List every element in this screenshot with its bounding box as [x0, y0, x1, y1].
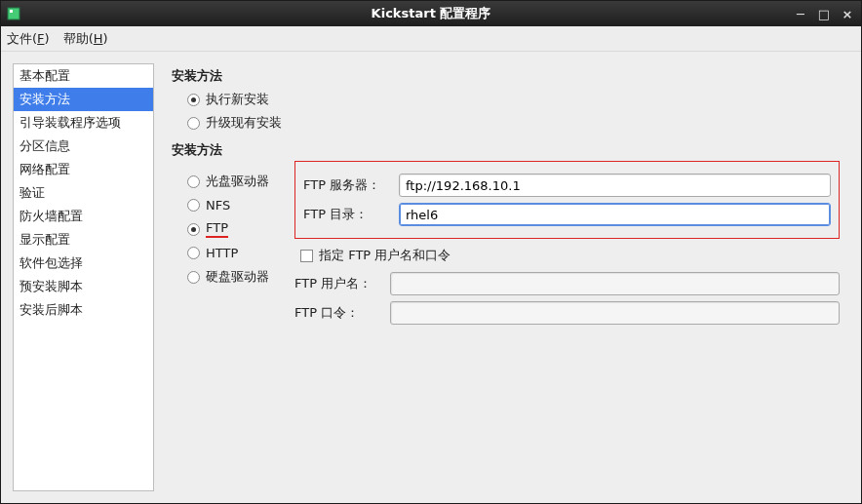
- radio-source-ftp[interactable]: FTP: [187, 220, 289, 238]
- maximize-button[interactable]: □: [814, 6, 834, 21]
- radio-source-cdrom[interactable]: 光盘驱动器: [187, 173, 289, 190]
- checkbox-icon: [300, 250, 313, 262]
- app-icon: [7, 7, 20, 20]
- checkbox-label: 指定 FTP 用户名和口令: [319, 247, 451, 264]
- radio-icon: [187, 271, 200, 284]
- radio-icon: [187, 223, 200, 236]
- main-panel: 安装方法 执行新安装 升级现有安装 安装方法 光盘驱动器: [154, 52, 861, 503]
- sidebar-item-label: 显示配置: [20, 232, 70, 247]
- sidebar-item-bootloader[interactable]: 引导装载程序选项: [14, 111, 153, 135]
- radio-label: HTTP: [206, 246, 238, 260]
- sidebar-item-network[interactable]: 网络配置: [14, 158, 153, 181]
- radio-source-hdd[interactable]: 硬盘驱动器: [187, 268, 289, 286]
- radio-icon: [187, 94, 200, 106]
- close-button[interactable]: ×: [838, 6, 857, 21]
- window-title: Kickstart 配置程序: [1, 5, 861, 22]
- minimize-button[interactable]: ─: [791, 6, 810, 21]
- titlebar: Kickstart 配置程序 ─ □ ×: [1, 1, 861, 26]
- sidebar-item-display[interactable]: 显示配置: [14, 228, 153, 252]
- ftp-highlight-box: FTP 服务器： FTP 目录：: [294, 161, 840, 239]
- radio-label: 升级现有安装: [206, 114, 282, 132]
- ftp-dir-row: FTP 目录：: [303, 203, 831, 226]
- radio-label: 硬盘驱动器: [206, 268, 269, 286]
- ftp-pass-input[interactable]: [390, 301, 840, 325]
- sidebar-item-postinstall[interactable]: 安装后脚本: [14, 298, 153, 322]
- install-method-heading: 安装方法: [172, 67, 840, 85]
- sidebar-item-label: 引导装载程序选项: [20, 115, 121, 130]
- sidebar-item-label: 防火墙配置: [20, 209, 83, 223]
- app-window: Kickstart 配置程序 ─ □ × 文件(F) 帮助(H) 基本配置 安装…: [0, 0, 862, 504]
- ftp-dir-input[interactable]: [399, 203, 831, 226]
- radio-icon: [187, 247, 200, 259]
- sidebar-item-basic[interactable]: 基本配置: [14, 64, 153, 88]
- radio-icon: [187, 175, 200, 188]
- sidebar-item-label: 预安装脚本: [20, 279, 83, 293]
- radio-source-http[interactable]: HTTP: [187, 246, 289, 260]
- ftp-pass-label: FTP 口令：: [294, 304, 390, 322]
- sidebar-item-firewall[interactable]: 防火墙配置: [14, 205, 153, 228]
- sidebar-item-label: 软件包选择: [20, 255, 83, 270]
- menu-file[interactable]: 文件(F): [7, 30, 50, 48]
- menu-file-label: 文件: [7, 31, 32, 46]
- sidebar: 基本配置 安装方法 引导装载程序选项 分区信息 网络配置 验证 防火墙配置 显示…: [13, 63, 154, 491]
- menu-help-label: 帮助: [63, 31, 89, 46]
- ftp-user-label: FTP 用户名：: [294, 275, 390, 292]
- sidebar-item-label: 安装后脚本: [20, 302, 83, 317]
- menu-file-mnemonic: F: [37, 31, 44, 46]
- radio-label: FTP: [206, 220, 228, 238]
- radio-fresh-install[interactable]: 执行新安装: [187, 91, 840, 108]
- radio-upgrade-install[interactable]: 升级现有安装: [187, 114, 840, 132]
- radio-icon: [187, 199, 200, 212]
- sidebar-item-preinstall[interactable]: 预安装脚本: [14, 275, 153, 298]
- ftp-pass-row: FTP 口令：: [294, 301, 840, 325]
- ftp-server-label: FTP 服务器：: [303, 176, 399, 194]
- sidebar-item-install-method[interactable]: 安装方法: [14, 88, 153, 111]
- radio-label: 光盘驱动器: [206, 173, 269, 190]
- radio-label: 执行新安装: [206, 91, 269, 108]
- ftp-user-input[interactable]: [390, 272, 840, 295]
- ftp-creds-fields: FTP 用户名： FTP 口令：: [294, 272, 840, 325]
- sidebar-item-label: 安装方法: [20, 92, 70, 106]
- radio-source-nfs[interactable]: NFS: [187, 198, 289, 213]
- source-heading: 安装方法: [172, 141, 840, 159]
- source-options: 光盘驱动器 NFS FTP HTTP: [172, 165, 289, 293]
- sidebar-item-packages[interactable]: 软件包选择: [14, 252, 153, 275]
- source-details: FTP 服务器： FTP 目录： 指定 FTP 用户名和口令: [294, 165, 840, 330]
- svg-rect-0: [8, 8, 20, 19]
- ftp-creds-checkbox[interactable]: 指定 FTP 用户名和口令: [300, 247, 840, 264]
- ftp-user-row: FTP 用户名：: [294, 272, 840, 295]
- sidebar-item-label: 网络配置: [20, 162, 70, 176]
- sidebar-item-partition[interactable]: 分区信息: [14, 135, 153, 158]
- source-block: 安装方法 光盘驱动器 NFS FTP: [172, 141, 840, 330]
- content-area: 基本配置 安装方法 引导装载程序选项 分区信息 网络配置 验证 防火墙配置 显示…: [1, 52, 861, 503]
- menu-help[interactable]: 帮助(H): [63, 30, 108, 48]
- ftp-server-input[interactable]: [399, 174, 831, 197]
- sidebar-item-label: 基本配置: [20, 68, 70, 83]
- svg-rect-1: [10, 10, 13, 13]
- radio-icon: [187, 117, 200, 130]
- sidebar-item-label: 验证: [20, 185, 45, 200]
- ftp-server-row: FTP 服务器：: [303, 174, 831, 197]
- menubar: 文件(F) 帮助(H): [1, 26, 861, 52]
- ftp-dir-label: FTP 目录：: [303, 206, 399, 223]
- sidebar-item-label: 分区信息: [20, 138, 70, 153]
- window-controls: ─ □ ×: [791, 1, 857, 26]
- sidebar-item-auth[interactable]: 验证: [14, 181, 153, 205]
- source-layout: 光盘驱动器 NFS FTP HTTP: [172, 165, 840, 330]
- menu-help-mnemonic: H: [94, 31, 103, 46]
- radio-label: NFS: [206, 198, 230, 213]
